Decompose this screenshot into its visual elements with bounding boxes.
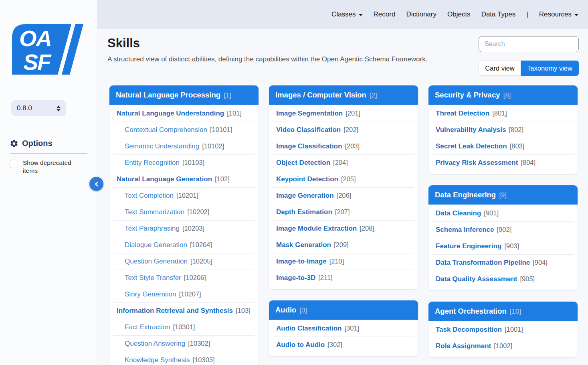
skill-link-feature-engineering[interactable]: Feature Engineering <box>436 242 501 250</box>
skill-item-row: Question Answering[10302] <box>113 335 255 352</box>
chevron-left-icon <box>94 181 99 187</box>
skill-link-image-classification[interactable]: Image Classification <box>276 142 342 150</box>
skill-item-row: Natural Language Generation[102] <box>113 171 255 187</box>
skill-link-audio-to-audio[interactable]: Audio to Audio <box>276 341 325 349</box>
skill-card-header: Data Engineering[9] <box>428 185 578 205</box>
skill-link-question-generation[interactable]: Question Generation <box>125 258 188 266</box>
skill-card-body: Audio Classification[301]Audio to Audio[… <box>269 320 418 356</box>
skill-link-keypoint-detection[interactable]: Keypoint Detection <box>276 175 338 183</box>
skill-item-row: Data Cleaning[901] <box>432 205 574 221</box>
skill-link-natural-language-understanding[interactable]: Natural Language Understanding <box>117 110 224 118</box>
skill-link-image-segmentation[interactable]: Image Segmentation <box>276 110 343 118</box>
version-select[interactable]: 0.8.0 <box>11 100 66 116</box>
skill-link-natural-language-generation[interactable]: Natural Language Generation <box>117 175 212 183</box>
skill-item-row: Role Assignment[1002] <box>432 338 574 354</box>
nav-item-label: Data Types <box>481 10 516 18</box>
skill-card-header: Natural Language Processing[1] <box>109 85 259 105</box>
search-input[interactable] <box>479 36 579 52</box>
skill-item-row: Secret Leak Detection[803] <box>432 138 574 154</box>
skill-code: [211] <box>318 274 332 282</box>
nav-item-record[interactable]: Record <box>374 10 396 18</box>
nav-item-label: Objects <box>447 10 471 18</box>
skill-link-story-generation[interactable]: Story Generation <box>125 290 176 298</box>
skill-link-image-module-extraction[interactable]: Image Module Extraction <box>276 225 357 233</box>
skill-link-video-classification[interactable]: Video Classification <box>276 126 341 134</box>
skill-link-text-summarization[interactable]: Text Summarization <box>125 208 184 216</box>
taxonomy-view-button[interactable]: Taxonomy view <box>521 61 579 76</box>
options-header: Options <box>10 139 87 148</box>
skill-link-text-completion[interactable]: Text Completion <box>125 192 174 200</box>
skill-link-task-decomposition[interactable]: Task Decomposition <box>436 326 502 334</box>
skill-link-mask-generation[interactable]: Mask Generation <box>276 241 331 249</box>
oasf-logo-graphic: OA SF <box>11 23 84 75</box>
skill-item-row: Image Classification[203] <box>273 138 414 154</box>
nav-item-resources[interactable]: Resources <box>539 10 578 18</box>
page-header-text: Skills A structured view of distinct abi… <box>107 34 427 63</box>
skill-item-row: Text Style Transfer[10206] <box>113 270 255 286</box>
skill-link-secret-leak-detection[interactable]: Secret Leak Detection <box>436 142 507 150</box>
skill-link-data-transformation-pipeline[interactable]: Data Transformation Pipeline <box>436 259 530 267</box>
skill-link-data-cleaning[interactable]: Data Cleaning <box>436 209 481 217</box>
sidebar-collapse-button[interactable] <box>89 177 103 191</box>
skill-code: [902] <box>497 226 512 233</box>
skill-item-row: Vulnerability Analysis[802] <box>432 122 574 138</box>
skill-item-row: Question Generation[10205] <box>113 253 255 270</box>
skill-link-fact-extraction[interactable]: Fact Extraction <box>125 323 170 331</box>
skill-link-information-retrieval-and-synthesis[interactable]: Information Retrieval and Synthesis <box>117 307 233 315</box>
oasf-logo[interactable]: OA SF <box>11 23 84 75</box>
skill-link-text-paraphrasing[interactable]: Text Paraphrasing <box>125 225 180 233</box>
skill-item-row: Audio to Audio[302] <box>273 337 414 353</box>
skill-code: [208] <box>360 225 374 232</box>
page-controls: Card view Taxonomy view <box>479 36 579 76</box>
skill-item-row: Semantic Understanding[10102] <box>113 138 255 154</box>
skill-link-privacy-risk-assessment[interactable]: Privacy Risk Assessment <box>436 159 518 167</box>
skill-card-count: [1] <box>224 91 231 99</box>
skill-link-depth-estimation[interactable]: Depth Estimation <box>276 208 332 216</box>
view-toggle-group: Card view Taxonomy view <box>479 61 579 76</box>
skill-code: [301] <box>344 324 359 332</box>
skill-code: [102] <box>215 175 230 183</box>
nav-item-classes[interactable]: Classes <box>331 10 362 18</box>
skill-link-image-generation[interactable]: Image Generation <box>276 192 334 200</box>
skill-link-question-answering[interactable]: Question Answering <box>125 340 185 348</box>
skill-link-audio-classification[interactable]: Audio Classification <box>276 324 341 333</box>
skill-card-header: Audio[3] <box>269 300 418 320</box>
card-column: Images / Computer Vision[2]Image Segment… <box>269 85 418 357</box>
skill-code: [206] <box>337 192 352 199</box>
skill-item-row: Image Generation[206] <box>273 187 414 204</box>
skill-link-contextual-comprehension[interactable]: Contextual Comprehension <box>125 126 207 134</box>
skill-link-semantic-understanding[interactable]: Semantic Understanding <box>125 142 199 150</box>
skill-link-knowledge-synthesis[interactable]: Knowledge Synthesis <box>125 356 190 364</box>
show-deprecated-checkbox[interactable] <box>10 160 18 168</box>
skill-item-row: Mask Generation[209] <box>273 237 414 253</box>
nav-item-label: Dictionary <box>406 10 436 18</box>
skill-link-object-detection[interactable]: Object Detection <box>276 159 330 167</box>
skill-code: [205] <box>341 175 356 183</box>
skill-item-row: Fact Extraction[10301] <box>113 319 255 335</box>
skill-code: [10204] <box>190 241 212 249</box>
skill-card-count: [9] <box>499 191 507 199</box>
card-view-button[interactable]: Card view <box>479 61 521 76</box>
skill-code: [201] <box>346 110 360 117</box>
nav-item-objects[interactable]: Objects <box>447 10 471 18</box>
skill-code: [10301] <box>173 323 195 331</box>
nav-item-data-types[interactable]: Data Types <box>481 10 516 18</box>
skill-link-text-style-transfer[interactable]: Text Style Transfer <box>125 274 181 282</box>
skill-link-threat-detection[interactable]: Threat Detection <box>436 110 489 118</box>
nav-item-dictionary[interactable]: Dictionary <box>406 10 436 18</box>
skill-link-entity-recognition[interactable]: Entity Recognition <box>125 159 180 167</box>
logo-text-line1: OA <box>19 26 51 51</box>
skill-link-dialogue-generation[interactable]: Dialogue Generation <box>125 241 187 249</box>
skill-link-vulnerability-analysis[interactable]: Vulnerability Analysis <box>436 126 506 134</box>
skill-code: [10202] <box>187 208 209 216</box>
page-header: Skills A structured view of distinct abi… <box>107 34 579 76</box>
skill-code: [1002] <box>494 342 512 350</box>
skill-link-schema-inference[interactable]: Schema Inference <box>436 226 494 234</box>
skill-item-row: Audio Classification[301] <box>273 320 414 337</box>
skill-link-image-to-3d[interactable]: Image-to-3D <box>276 274 315 282</box>
sort-arrows-icon <box>57 105 61 112</box>
skill-link-data-quality-assessment[interactable]: Data Quality Assessment <box>436 275 517 283</box>
skill-link-role-assignment[interactable]: Role Assignment <box>436 342 491 350</box>
skill-link-image-to-image[interactable]: Image-to-Image <box>276 258 327 266</box>
skill-item-row: Image Segmentation[201] <box>273 105 414 122</box>
